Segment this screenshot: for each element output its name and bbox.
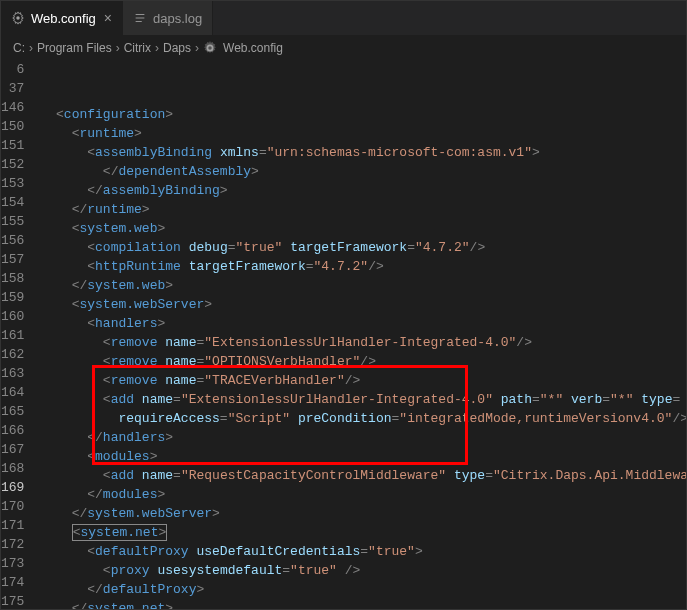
gear-icon [11, 11, 25, 25]
line-number: 37 [1, 79, 24, 98]
code-area[interactable]: <configuration> <runtime> <assemblyBindi… [36, 60, 687, 603]
code-line[interactable]: <modules> [36, 447, 687, 466]
breadcrumb-part[interactable]: Daps [163, 41, 191, 55]
line-number: 151 [1, 136, 24, 155]
line-number: 152 [1, 155, 24, 174]
line-number: 159 [1, 288, 24, 307]
tab-daps-log[interactable]: daps.log [123, 1, 213, 35]
code-line[interactable]: <remove name="OPTIONSVerbHandler"/> [36, 352, 687, 371]
code-line[interactable]: </system.net> [36, 599, 687, 610]
code-line[interactable]: <defaultProxy useDefaultCredentials="tru… [36, 542, 687, 561]
line-number: 154 [1, 193, 24, 212]
line-number: 173 [1, 554, 24, 573]
code-line[interactable]: <add name="ExtensionlessUrlHandler-Integ… [36, 390, 687, 409]
line-number: 172 [1, 535, 24, 554]
tab-label: daps.log [153, 11, 202, 26]
code-line[interactable]: <remove name="ExtensionlessUrlHandler-In… [36, 333, 687, 352]
breadcrumb-part[interactable]: Program Files [37, 41, 112, 55]
code-line[interactable]: </defaultProxy> [36, 580, 687, 599]
code-line[interactable]: <system.net> [36, 523, 687, 542]
tab-label: Web.config [31, 11, 96, 26]
line-number: 162 [1, 345, 24, 364]
code-line[interactable]: </handlers> [36, 428, 687, 447]
tab-web-config[interactable]: Web.config× [1, 1, 123, 35]
line-number: 163 [1, 364, 24, 383]
code-line[interactable]: <proxy usesystemdefault="true" /> [36, 561, 687, 580]
code-line[interactable]: <configuration> [36, 105, 687, 124]
code-line[interactable]: <system.web> [36, 219, 687, 238]
code-line[interactable]: </assemblyBinding> [36, 181, 687, 200]
line-number: 160 [1, 307, 24, 326]
line-number: 158 [1, 269, 24, 288]
line-number: 165 [1, 402, 24, 421]
line-number: 164 [1, 383, 24, 402]
svg-point-0 [16, 16, 20, 20]
code-line[interactable]: <runtime> [36, 124, 687, 143]
line-number: 171 [1, 516, 24, 535]
line-number: 155 [1, 212, 24, 231]
code-line[interactable]: <remove name="TRACEVerbHandler"/> [36, 371, 687, 390]
close-icon[interactable]: × [104, 10, 112, 26]
line-number: 170 [1, 497, 24, 516]
chevron-right-icon: › [155, 41, 159, 55]
breadcrumb[interactable]: C: › Program Files › Citrix › Daps › Web… [1, 36, 686, 60]
code-line[interactable]: <httpRuntime targetFramework="4.7.2"/> [36, 257, 687, 276]
code-line[interactable]: <handlers> [36, 314, 687, 333]
line-number: 6 [1, 60, 24, 79]
code-line[interactable]: </runtime> [36, 200, 687, 219]
line-number: 168 [1, 459, 24, 478]
chevron-right-icon: › [116, 41, 120, 55]
gear-icon [203, 41, 217, 55]
code-editor[interactable]: 6371461501511521531541551561571581591601… [1, 60, 686, 603]
tab-bar: Web.config×daps.log [1, 1, 686, 36]
breadcrumb-part[interactable]: Citrix [124, 41, 151, 55]
line-number: 157 [1, 250, 24, 269]
breadcrumb-part[interactable]: C: [13, 41, 25, 55]
code-line[interactable]: </dependentAssembly> [36, 162, 687, 181]
line-number: 175 [1, 592, 24, 610]
chevron-right-icon: › [195, 41, 199, 55]
chevron-right-icon: › [29, 41, 33, 55]
line-number: 161 [1, 326, 24, 345]
line-number: 166 [1, 421, 24, 440]
breadcrumb-part[interactable]: Web.config [223, 41, 283, 55]
line-number: 174 [1, 573, 24, 592]
lines-icon [133, 11, 147, 25]
line-number: 169 [1, 478, 24, 497]
code-line[interactable]: <assemblyBinding xmlns="urn:schemas-micr… [36, 143, 687, 162]
line-number: 146 [1, 98, 24, 117]
code-line[interactable]: <system.webServer> [36, 295, 687, 314]
line-number: 156 [1, 231, 24, 250]
line-number: 150 [1, 117, 24, 136]
code-line[interactable]: </system.web> [36, 276, 687, 295]
code-line[interactable]: </system.webServer> [36, 504, 687, 523]
code-line[interactable]: <compilation debug="true" targetFramewor… [36, 238, 687, 257]
code-line[interactable]: </modules> [36, 485, 687, 504]
code-line[interactable]: requireAccess="Script" preCondition="int… [36, 409, 687, 428]
line-number: 167 [1, 440, 24, 459]
line-number: 153 [1, 174, 24, 193]
code-line[interactable]: <add name="RequestCapacityControlMiddlew… [36, 466, 687, 485]
line-number-gutter: 6371461501511521531541551561571581591601… [1, 60, 36, 603]
